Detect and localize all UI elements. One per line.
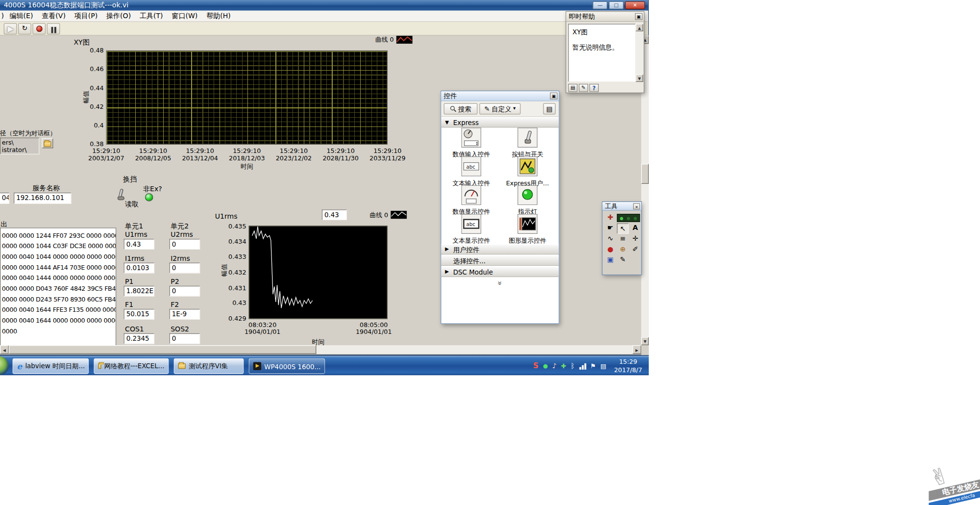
scroll-down-button[interactable]: ▼ [641, 337, 649, 345]
detailed-help-button[interactable]: ? [589, 84, 599, 92]
edit-help-button[interactable]: ✎ [579, 84, 588, 92]
section-select-control[interactable]: 选择控件... [441, 255, 559, 266]
abort-button[interactable] [32, 23, 46, 34]
taskbar-clock[interactable]: 15:29 2017/8/7 [610, 358, 646, 374]
auto-tool-indicator[interactable] [617, 214, 640, 222]
close-button[interactable]: ✕ [625, 1, 645, 10]
horizontal-scrollbar[interactable]: ◀ ▶ [0, 345, 641, 354]
operate-value-tool-icon[interactable]: ☛ [604, 223, 616, 234]
scroll-up-button[interactable]: ▲ [636, 24, 643, 31]
network-signal-icon[interactable] [579, 362, 586, 369]
path-control[interactable]: ers\ istrator\ [0, 138, 39, 154]
ime-tray-icon[interactable]: ▤ [600, 362, 606, 369]
context-help-window: 即时帮助 ▣ XY图 暂无说明信息。 ▲ ▼ ▤ ✎ ? [565, 11, 644, 93]
tools-palette: 工具 ✕ ✚ ☛ ↖ A ∿ ≡ ✛ ● ⊕ ✐ ▣ ✎ [602, 202, 642, 276]
read-toggle-switch[interactable] [117, 188, 125, 202]
breakpoint-tool-icon[interactable]: ● [604, 245, 616, 255]
wrench-icon: ✎ [484, 104, 490, 114]
taskbar-button-labview[interactable]: e labview 时间日期... [13, 358, 89, 374]
palette-item-graph-indicator[interactable]: 图形显示控件 [500, 214, 555, 243]
palette-item-express-user[interactable]: Express用户... [500, 156, 555, 185]
tools-palette-titlebar[interactable]: 工具 ✕ [603, 202, 641, 211]
paintbrush-tool-icon[interactable]: ✎ [617, 255, 629, 266]
pin-icon[interactable]: ▣ [550, 93, 557, 100]
search-button[interactable]: 搜索 [444, 103, 478, 114]
controls-palette: 控件 ▣ 搜索 ✎ 自定义 ▾ ▤ ▼ Express 数值输入控件 [441, 91, 559, 324]
position-tool-icon[interactable]: ↖ [617, 223, 629, 234]
svg-text:abc: abc [466, 164, 475, 170]
port-field-cut[interactable]: 04 [0, 193, 9, 204]
horizontal-scroll-thumb[interactable] [9, 345, 317, 354]
menu-project[interactable]: 项目(P) [70, 10, 102, 22]
pin-icon[interactable]: ▣ [635, 13, 642, 20]
customize-button[interactable]: ✎ 自定义 ▾ [479, 103, 520, 114]
hex-row: 0000 0000 1044 C03F DC3E 0000 0000 [2, 241, 116, 252]
taskbar-button-vi-folder[interactable]: 测试程序VI集 [174, 358, 244, 374]
controls-palette-titlebar[interactable]: 控件 ▣ [441, 91, 559, 101]
menu-operate[interactable]: 操作(O) [102, 10, 135, 22]
safety-tray-icon[interactable]: ✚ [561, 362, 566, 369]
wiring-tool-icon[interactable]: ∿ [604, 234, 616, 245]
service-name-field[interactable]: 192.168.0.101 [14, 193, 71, 204]
copy-color-tool-icon[interactable]: ✐ [629, 245, 641, 255]
scroll-right-button[interactable]: ▶ [633, 345, 641, 354]
palette-item-numeric-input[interactable]: 数值输入控件 [444, 127, 499, 156]
pause-button[interactable] [47, 23, 60, 34]
u1-legend-sample-icon [391, 211, 407, 219]
palette-item-buttons-switches[interactable]: 按钮与开关 [500, 127, 555, 156]
minimize-button[interactable]: — [592, 1, 608, 10]
action-center-flag-icon[interactable]: ⚑ [590, 362, 596, 369]
status-tray-icon[interactable]: ● [543, 363, 548, 369]
palette-more-button[interactable]: » [441, 279, 559, 288]
vertical-scroll-thumb[interactable] [641, 164, 649, 184]
close-icon[interactable]: ✕ [633, 203, 640, 210]
bluetooth-tray-icon[interactable]: ᛒ [571, 362, 575, 370]
taskbar-button-excel-folder[interactable]: 网络教程---EXCEL... [94, 358, 169, 374]
set-color-tool-icon[interactable]: ▣ [604, 255, 616, 266]
menu-help[interactable]: 帮助(H) [202, 10, 235, 22]
pause-icon [50, 26, 57, 36]
start-button[interactable] [0, 356, 9, 375]
sos2-label: SOS2 [171, 325, 189, 333]
palette-view-button[interactable]: ▤ [543, 103, 556, 114]
palette-item-numeric-indicator[interactable]: 数值显示控件 [444, 185, 499, 214]
i1rms-indicator: 0.0103 [124, 263, 155, 274]
run-continuous-button[interactable]: ↻ [18, 23, 31, 34]
express-section-header[interactable]: ▼ Express [441, 117, 559, 128]
lock-help-button[interactable]: ▤ [568, 84, 577, 92]
volume-tray-icon[interactable]: ♪ [552, 362, 557, 370]
run-button[interactable] [4, 23, 17, 34]
browse-button[interactable] [42, 138, 53, 148]
menu-file-cut[interactable]: ) [0, 10, 5, 22]
text-display-icon: abc [461, 214, 481, 234]
scroll-left-button[interactable]: ◀ [0, 345, 9, 354]
xy-graph-plot [106, 50, 388, 144]
i2rms-indicator: 0 [170, 263, 200, 274]
scroll-tool-icon[interactable]: ✛ [629, 234, 641, 245]
palette-item-text-input[interactable]: abc 文本输入控件 [444, 156, 499, 185]
palette-item-text-indicator[interactable]: abc 文本显示控件 [444, 214, 499, 243]
sogou-tray-icon[interactable]: S [533, 361, 539, 370]
palette-item-indicator-light[interactable]: 指示灯 [500, 185, 555, 214]
menu-view[interactable]: 查看(V) [37, 10, 70, 22]
maximize-button[interactable]: □ [609, 1, 624, 10]
auto-tool-select-icon[interactable]: ✚ [604, 213, 616, 224]
context-help-titlebar[interactable]: 即时帮助 ▣ [566, 12, 644, 22]
probe-tool-icon[interactable]: ⊕ [617, 245, 629, 255]
shortcut-menu-tool-icon[interactable]: ≡ [617, 234, 629, 245]
title-bar[interactable]: 4000S 16004稳态数据端口测试---ok.vi — □ ✕ [0, 0, 648, 11]
menu-tools[interactable]: 工具(T) [135, 10, 167, 22]
scroll-down-button[interactable]: ▼ [636, 75, 643, 82]
service-name-label: 服务名称 [32, 183, 60, 193]
u1-digital-display: 0.43 [322, 209, 347, 220]
section-user-controls[interactable]: ▶ 用户控件 [441, 244, 559, 254]
xy-xtick: 15:29:102013/12/04 [180, 148, 220, 161]
edit-text-tool-icon[interactable]: A [629, 223, 641, 234]
menu-window[interactable]: 窗口(W) [167, 10, 202, 22]
xy-graph-title: XY图 [74, 38, 90, 47]
taskbar-button-media-player[interactable]: WP4000S 1600... [249, 358, 325, 374]
section-dsc-module[interactable]: ▶ DSC Module [441, 266, 559, 277]
context-help-scrollbar[interactable]: ▲ ▼ [636, 24, 643, 82]
palette-toolbar: 搜索 ✎ 自定义 ▾ ▤ [441, 101, 559, 117]
menu-edit[interactable]: 编辑(E) [5, 10, 38, 22]
